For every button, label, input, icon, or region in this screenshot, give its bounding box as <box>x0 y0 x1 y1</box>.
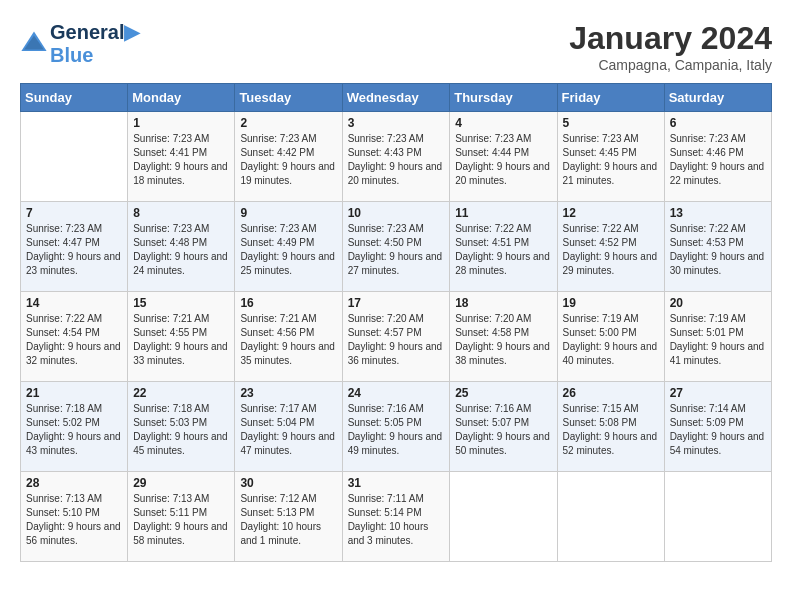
day-detail: Sunrise: 7:23 AMSunset: 4:50 PMDaylight:… <box>348 222 445 278</box>
day-number: 23 <box>240 386 336 400</box>
calendar-cell: 9Sunrise: 7:23 AMSunset: 4:49 PMDaylight… <box>235 202 342 292</box>
header-friday: Friday <box>557 84 664 112</box>
day-number: 30 <box>240 476 336 490</box>
location: Campagna, Campania, Italy <box>569 57 772 73</box>
calendar-cell: 3Sunrise: 7:23 AMSunset: 4:43 PMDaylight… <box>342 112 450 202</box>
calendar-cell: 24Sunrise: 7:16 AMSunset: 5:05 PMDayligh… <box>342 382 450 472</box>
calendar-week-row: 7Sunrise: 7:23 AMSunset: 4:47 PMDaylight… <box>21 202 772 292</box>
day-number: 10 <box>348 206 445 220</box>
calendar-table: SundayMondayTuesdayWednesdayThursdayFrid… <box>20 83 772 562</box>
calendar-week-row: 28Sunrise: 7:13 AMSunset: 5:10 PMDayligh… <box>21 472 772 562</box>
day-number: 19 <box>563 296 659 310</box>
calendar-cell: 17Sunrise: 7:20 AMSunset: 4:57 PMDayligh… <box>342 292 450 382</box>
calendar-week-row: 21Sunrise: 7:18 AMSunset: 5:02 PMDayligh… <box>21 382 772 472</box>
day-number: 6 <box>670 116 766 130</box>
calendar-cell <box>557 472 664 562</box>
header-wednesday: Wednesday <box>342 84 450 112</box>
calendar-cell: 13Sunrise: 7:22 AMSunset: 4:53 PMDayligh… <box>664 202 771 292</box>
calendar-cell: 29Sunrise: 7:13 AMSunset: 5:11 PMDayligh… <box>128 472 235 562</box>
day-number: 20 <box>670 296 766 310</box>
day-detail: Sunrise: 7:20 AMSunset: 4:57 PMDaylight:… <box>348 312 445 368</box>
calendar-cell: 23Sunrise: 7:17 AMSunset: 5:04 PMDayligh… <box>235 382 342 472</box>
day-number: 25 <box>455 386 551 400</box>
day-number: 13 <box>670 206 766 220</box>
day-detail: Sunrise: 7:13 AMSunset: 5:10 PMDaylight:… <box>26 492 122 548</box>
calendar-cell: 5Sunrise: 7:23 AMSunset: 4:45 PMDaylight… <box>557 112 664 202</box>
day-number: 31 <box>348 476 445 490</box>
calendar-cell: 4Sunrise: 7:23 AMSunset: 4:44 PMDaylight… <box>450 112 557 202</box>
calendar-week-row: 1Sunrise: 7:23 AMSunset: 4:41 PMDaylight… <box>21 112 772 202</box>
page-header: General▶ Blue January 2024 Campagna, Cam… <box>20 20 772 73</box>
calendar-cell: 28Sunrise: 7:13 AMSunset: 5:10 PMDayligh… <box>21 472 128 562</box>
calendar-cell: 11Sunrise: 7:22 AMSunset: 4:51 PMDayligh… <box>450 202 557 292</box>
day-number: 12 <box>563 206 659 220</box>
calendar-cell: 30Sunrise: 7:12 AMSunset: 5:13 PMDayligh… <box>235 472 342 562</box>
day-number: 8 <box>133 206 229 220</box>
day-number: 26 <box>563 386 659 400</box>
day-number: 22 <box>133 386 229 400</box>
day-detail: Sunrise: 7:23 AMSunset: 4:45 PMDaylight:… <box>563 132 659 188</box>
calendar-cell: 26Sunrise: 7:15 AMSunset: 5:08 PMDayligh… <box>557 382 664 472</box>
calendar-cell <box>21 112 128 202</box>
day-detail: Sunrise: 7:23 AMSunset: 4:44 PMDaylight:… <box>455 132 551 188</box>
day-number: 5 <box>563 116 659 130</box>
day-detail: Sunrise: 7:14 AMSunset: 5:09 PMDaylight:… <box>670 402 766 458</box>
calendar-cell: 8Sunrise: 7:23 AMSunset: 4:48 PMDaylight… <box>128 202 235 292</box>
calendar-cell: 7Sunrise: 7:23 AMSunset: 4:47 PMDaylight… <box>21 202 128 292</box>
month-title: January 2024 <box>569 20 772 57</box>
day-number: 11 <box>455 206 551 220</box>
day-detail: Sunrise: 7:16 AMSunset: 5:07 PMDaylight:… <box>455 402 551 458</box>
day-detail: Sunrise: 7:23 AMSunset: 4:43 PMDaylight:… <box>348 132 445 188</box>
day-detail: Sunrise: 7:22 AMSunset: 4:53 PMDaylight:… <box>670 222 766 278</box>
title-block: January 2024 Campagna, Campania, Italy <box>569 20 772 73</box>
calendar-cell: 15Sunrise: 7:21 AMSunset: 4:55 PMDayligh… <box>128 292 235 382</box>
calendar-cell: 19Sunrise: 7:19 AMSunset: 5:00 PMDayligh… <box>557 292 664 382</box>
day-number: 7 <box>26 206 122 220</box>
calendar-cell: 25Sunrise: 7:16 AMSunset: 5:07 PMDayligh… <box>450 382 557 472</box>
day-number: 2 <box>240 116 336 130</box>
day-number: 14 <box>26 296 122 310</box>
calendar-cell: 20Sunrise: 7:19 AMSunset: 5:01 PMDayligh… <box>664 292 771 382</box>
day-detail: Sunrise: 7:23 AMSunset: 4:46 PMDaylight:… <box>670 132 766 188</box>
calendar-header-row: SundayMondayTuesdayWednesdayThursdayFrid… <box>21 84 772 112</box>
day-number: 9 <box>240 206 336 220</box>
day-detail: Sunrise: 7:22 AMSunset: 4:52 PMDaylight:… <box>563 222 659 278</box>
day-detail: Sunrise: 7:23 AMSunset: 4:49 PMDaylight:… <box>240 222 336 278</box>
day-number: 3 <box>348 116 445 130</box>
day-detail: Sunrise: 7:23 AMSunset: 4:48 PMDaylight:… <box>133 222 229 278</box>
calendar-cell: 12Sunrise: 7:22 AMSunset: 4:52 PMDayligh… <box>557 202 664 292</box>
day-detail: Sunrise: 7:22 AMSunset: 4:51 PMDaylight:… <box>455 222 551 278</box>
header-saturday: Saturday <box>664 84 771 112</box>
calendar-cell: 14Sunrise: 7:22 AMSunset: 4:54 PMDayligh… <box>21 292 128 382</box>
calendar-cell: 6Sunrise: 7:23 AMSunset: 4:46 PMDaylight… <box>664 112 771 202</box>
day-detail: Sunrise: 7:18 AMSunset: 5:02 PMDaylight:… <box>26 402 122 458</box>
day-detail: Sunrise: 7:17 AMSunset: 5:04 PMDaylight:… <box>240 402 336 458</box>
calendar-cell <box>664 472 771 562</box>
day-number: 18 <box>455 296 551 310</box>
day-detail: Sunrise: 7:21 AMSunset: 4:55 PMDaylight:… <box>133 312 229 368</box>
calendar-cell: 2Sunrise: 7:23 AMSunset: 4:42 PMDaylight… <box>235 112 342 202</box>
header-sunday: Sunday <box>21 84 128 112</box>
calendar-cell: 18Sunrise: 7:20 AMSunset: 4:58 PMDayligh… <box>450 292 557 382</box>
day-detail: Sunrise: 7:23 AMSunset: 4:41 PMDaylight:… <box>133 132 229 188</box>
day-detail: Sunrise: 7:16 AMSunset: 5:05 PMDaylight:… <box>348 402 445 458</box>
day-detail: Sunrise: 7:22 AMSunset: 4:54 PMDaylight:… <box>26 312 122 368</box>
day-number: 16 <box>240 296 336 310</box>
day-number: 28 <box>26 476 122 490</box>
day-detail: Sunrise: 7:18 AMSunset: 5:03 PMDaylight:… <box>133 402 229 458</box>
day-number: 29 <box>133 476 229 490</box>
logo: General▶ Blue <box>20 20 139 67</box>
day-detail: Sunrise: 7:20 AMSunset: 4:58 PMDaylight:… <box>455 312 551 368</box>
day-detail: Sunrise: 7:21 AMSunset: 4:56 PMDaylight:… <box>240 312 336 368</box>
calendar-cell <box>450 472 557 562</box>
calendar-cell: 27Sunrise: 7:14 AMSunset: 5:09 PMDayligh… <box>664 382 771 472</box>
day-number: 4 <box>455 116 551 130</box>
calendar-cell: 21Sunrise: 7:18 AMSunset: 5:02 PMDayligh… <box>21 382 128 472</box>
day-number: 1 <box>133 116 229 130</box>
day-number: 15 <box>133 296 229 310</box>
day-number: 17 <box>348 296 445 310</box>
header-thursday: Thursday <box>450 84 557 112</box>
header-tuesday: Tuesday <box>235 84 342 112</box>
day-detail: Sunrise: 7:11 AMSunset: 5:14 PMDaylight:… <box>348 492 445 548</box>
day-detail: Sunrise: 7:12 AMSunset: 5:13 PMDaylight:… <box>240 492 336 548</box>
